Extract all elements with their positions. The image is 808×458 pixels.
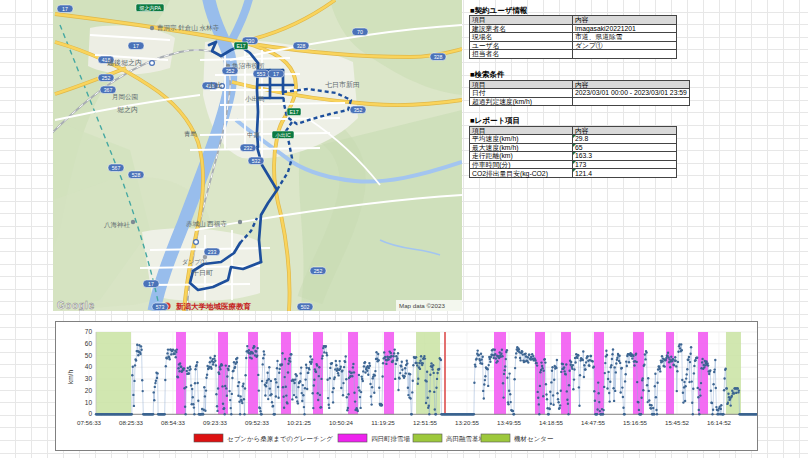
legend-swatch: [413, 434, 442, 442]
chart-band-magenta: [248, 332, 258, 414]
legend-label: セブンから桑原までのグレーチング: [227, 435, 333, 443]
route-shield-number: 17: [62, 6, 68, 12]
x-tick-label: 09:23:33: [203, 419, 228, 426]
x-tick-label: 14:18:55: [539, 419, 564, 426]
table-header-row: 項目内容: [470, 126, 677, 135]
value-cell: ダンプ①: [573, 41, 677, 50]
map-place-label: 赤城山 西福寺: [186, 220, 227, 228]
value-cell: 2023/03/01 00:00 - 2023/03/01 23:59: [573, 89, 690, 98]
route-shield-number: 328: [297, 43, 306, 49]
route-shield-number: 567: [112, 165, 121, 171]
chart-band-magenta: [384, 332, 394, 414]
poi-icon: [131, 220, 135, 224]
route-shield-number: 528: [132, 172, 141, 178]
item-cell: 平均速度(km/h): [470, 135, 573, 144]
map-place-label: 堀之内: [116, 106, 138, 114]
legend-label: 高田融雪基地: [446, 435, 486, 443]
y-tick-label: 0: [88, 410, 92, 417]
route-shield-number: 252: [314, 268, 323, 274]
value-cell: 163.3: [573, 152, 677, 161]
map-place-label: 小出島: [245, 95, 265, 102]
station-icon: [150, 61, 155, 66]
table-row: CO2排出量目安(kg-CO2)121.4: [470, 169, 677, 178]
map-place-label: ダンプ①: [182, 259, 206, 265]
river-tributary-north: [232, 0, 250, 40]
table-row: 走行距離(km)163.3: [470, 152, 677, 161]
table-row: 現場名市道、県道除雪: [470, 33, 677, 42]
map-place-label: 魚沼市役所: [232, 62, 265, 70]
map-place-label: 月岡公園: [112, 93, 138, 101]
table-row: 超過判定速度(km/h): [470, 97, 690, 106]
y-tick-label: 30: [85, 375, 93, 382]
report-table-title: ■レポート項目: [470, 116, 520, 126]
value-cell: [573, 50, 677, 59]
station-icon: [194, 240, 199, 245]
map-place-label: 曹洞宗 針倉山 永林寺: [157, 24, 220, 32]
speed-chart: 010203040506070km/h07:56:3308:25:3308:54…: [55, 321, 758, 451]
x-tick-label: 15:45:52: [665, 419, 690, 426]
legend-swatch: [481, 434, 510, 442]
route-shield-number: 573: [156, 304, 165, 310]
value-cell: 29.8: [573, 135, 677, 144]
legend-swatch: [194, 434, 223, 442]
map-place-label: 十日町: [192, 269, 213, 277]
legend-label: 四日町排雪場: [371, 435, 411, 443]
map-place-label: 小出: [207, 81, 223, 90]
header-cell: 内容: [573, 126, 677, 135]
legend-label: 機材センター: [514, 435, 553, 443]
poi-icon: [238, 220, 242, 224]
route-shield-number: 233: [208, 249, 217, 255]
item-cell: 建設業者名: [470, 24, 573, 33]
table-row: 最大速度(km/h)65: [470, 143, 677, 152]
route-shield-number: 17: [148, 281, 154, 287]
table-header-row: 項目内容: [470, 80, 690, 89]
x-tick-label: 08:54:33: [161, 419, 186, 426]
x-tick-label: 15:16:55: [623, 419, 648, 426]
chart-band-red: [444, 332, 446, 414]
table-row: 日付2023/03/01 00:00 - 2023/03/01 23:59: [470, 89, 690, 98]
route-shield-number: 17: [273, 71, 279, 77]
value-cell: [573, 97, 690, 106]
report-table: 項目内容平均速度(km/h)29.8最大速度(km/h)65走行距離(km)16…: [469, 126, 677, 179]
contract-table: 項目内容建設業者名imagasaki20221201現場名市道、県道除雪ユーザ名…: [469, 15, 677, 59]
item-cell: 超過判定速度(km/h): [470, 97, 573, 106]
google-logo: Google: [57, 300, 94, 311]
y-tick-label: 70: [85, 328, 93, 335]
route-shield-number: 352: [354, 107, 363, 113]
expressway-badge-label: 堀之内PA: [139, 5, 162, 12]
header-cell: 内容: [573, 80, 690, 89]
x-tick-label: 09:52:33: [245, 419, 270, 426]
chart-band-green: [96, 332, 131, 414]
route-shield-number: 252: [102, 75, 111, 81]
table-row: 建設業者名imagasaki20221201: [470, 24, 677, 33]
table-row: 担当者名: [470, 50, 677, 59]
route-shield-number: 367: [104, 87, 113, 93]
route-shield-number: 17: [133, 43, 139, 49]
item-cell: CO2排出量目安(kg-CO2): [470, 169, 573, 178]
x-tick-label: 13:20:55: [455, 419, 480, 426]
route-shield-number: 70: [357, 29, 363, 35]
table-row: ユーザ名ダンプ①: [470, 41, 677, 50]
item-cell: 日付: [470, 89, 573, 98]
route-shield-number: 532: [252, 158, 261, 164]
map-place-label: 八海神社: [104, 221, 131, 229]
value-cell: 121.4: [573, 169, 677, 178]
x-tick-label: 12:51:55: [413, 419, 438, 426]
item-cell: 停車時間(分): [470, 160, 573, 169]
route-shield-number: 328: [434, 54, 443, 60]
expressway-badge-label: E17: [289, 109, 298, 115]
x-tick-label: 14:47:55: [581, 419, 606, 426]
route-shield-number: 553: [257, 71, 266, 77]
table-row: 停車時間(分)173: [470, 160, 677, 169]
search-table: 項目内容日付2023/03/01 00:00 - 2023/03/01 23:5…: [469, 80, 690, 107]
table-header-row: 項目内容: [470, 16, 677, 25]
y-tick-label: 10: [85, 399, 93, 406]
map-place-label: 中原: [247, 131, 261, 138]
item-cell: 現場名: [470, 33, 573, 42]
x-tick-label: 07:56:33: [77, 419, 102, 426]
urban-area: [88, 26, 175, 75]
legend-swatch: [338, 434, 367, 442]
header-cell: 項目: [470, 126, 573, 135]
y-tick-label: 40: [85, 363, 93, 370]
item-cell: 走行距離(km): [470, 152, 573, 161]
